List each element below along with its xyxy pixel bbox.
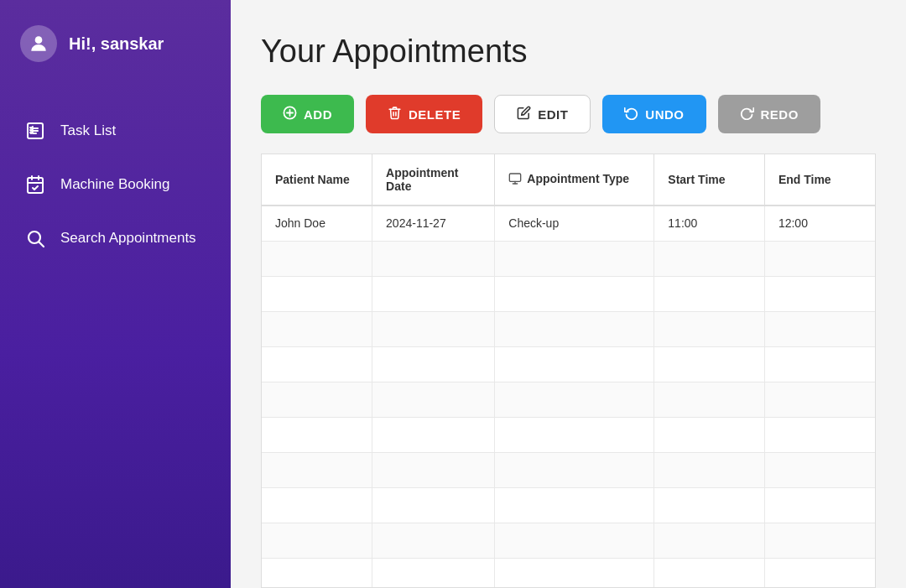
appointments-table-container[interactable]: Patient Name Appointment Date Appoin bbox=[261, 154, 876, 588]
sidebar-item-label: Machine Booking bbox=[60, 176, 169, 193]
redo-label: REDO bbox=[761, 107, 799, 122]
svg-rect-5 bbox=[28, 178, 43, 193]
sidebar: Hi!, sanskar Task List bbox=[0, 0, 231, 588]
table-cell bbox=[764, 311, 875, 346]
table-cell bbox=[495, 417, 654, 452]
table-cell bbox=[262, 452, 372, 487]
table-row[interactable] bbox=[262, 276, 875, 311]
table-cell bbox=[764, 452, 875, 487]
table-cell bbox=[372, 558, 495, 588]
table-cell bbox=[372, 523, 495, 558]
col-header-appointment-date: Appointment Date bbox=[372, 154, 495, 206]
edit-icon bbox=[517, 106, 531, 122]
table-cell: 2024-11-27 bbox=[372, 206, 495, 241]
table-cell bbox=[262, 558, 372, 588]
table-cell: 11:00 bbox=[654, 206, 765, 241]
appointments-table: Patient Name Appointment Date Appoin bbox=[262, 154, 875, 588]
table-row[interactable] bbox=[262, 346, 875, 382]
table-cell bbox=[262, 311, 372, 346]
table-cell bbox=[372, 487, 495, 523]
sidebar-item-search-appointments[interactable]: Search Appointments bbox=[0, 211, 231, 265]
table-cell bbox=[764, 487, 875, 523]
trash-icon bbox=[388, 106, 402, 122]
table-cell bbox=[654, 241, 765, 276]
table-row[interactable] bbox=[262, 311, 875, 346]
sidebar-item-machine-booking[interactable]: Machine Booking bbox=[0, 158, 231, 211]
table-cell: John Doe bbox=[262, 206, 372, 241]
table-cell bbox=[372, 311, 495, 346]
table-cell bbox=[495, 311, 654, 346]
table-cell bbox=[654, 487, 765, 523]
redo-button[interactable]: REDO bbox=[718, 95, 820, 133]
table-cell bbox=[372, 241, 495, 276]
user-header: Hi!, sanskar bbox=[0, 0, 231, 87]
table-cell bbox=[495, 487, 654, 523]
table-cell: 12:00 bbox=[764, 206, 875, 241]
add-button[interactable]: ADD bbox=[261, 95, 354, 133]
table-cell bbox=[764, 382, 875, 417]
table-row[interactable] bbox=[262, 382, 875, 417]
avatar bbox=[20, 25, 57, 62]
table-cell bbox=[495, 346, 654, 382]
list-icon bbox=[23, 119, 47, 143]
table-row[interactable]: John Doe2024-11-27Check-up11:0012:00 bbox=[262, 206, 875, 241]
table-cell bbox=[262, 241, 372, 276]
toolbar: ADD DELETE EDIT bbox=[261, 95, 876, 133]
page-title: Your Appointments bbox=[261, 34, 876, 70]
edit-button[interactable]: EDIT bbox=[494, 95, 591, 133]
add-label: ADD bbox=[304, 107, 332, 122]
table-row[interactable] bbox=[262, 558, 875, 588]
table-cell bbox=[495, 276, 654, 311]
table-cell bbox=[654, 311, 765, 346]
table-cell bbox=[372, 346, 495, 382]
table-cell bbox=[764, 276, 875, 311]
table-cell bbox=[654, 558, 765, 588]
table-cell bbox=[764, 523, 875, 558]
table-cell bbox=[262, 346, 372, 382]
col-header-end-time: End Time bbox=[764, 154, 875, 206]
sidebar-item-label: Task List bbox=[60, 122, 116, 139]
table-cell bbox=[764, 558, 875, 588]
table-cell bbox=[654, 276, 765, 311]
table-cell bbox=[764, 241, 875, 276]
svg-point-0 bbox=[35, 36, 43, 44]
main-content: Your Appointments ADD DE bbox=[231, 0, 906, 588]
sidebar-item-label: Search Appointments bbox=[60, 230, 196, 247]
table-cell bbox=[495, 241, 654, 276]
undo-icon bbox=[624, 106, 638, 122]
user-greeting: Hi!, sanskar bbox=[69, 34, 164, 54]
delete-button[interactable]: DELETE bbox=[366, 95, 482, 133]
table-cell bbox=[372, 417, 495, 452]
svg-rect-14 bbox=[510, 174, 521, 181]
sidebar-item-task-list[interactable]: Task List bbox=[0, 104, 231, 158]
col-header-patient-name: Patient Name bbox=[262, 154, 372, 206]
redo-icon bbox=[740, 106, 754, 122]
table-cell bbox=[262, 523, 372, 558]
table-row[interactable] bbox=[262, 452, 875, 487]
svg-line-10 bbox=[39, 242, 44, 247]
search-icon bbox=[23, 226, 47, 250]
table-cell bbox=[764, 417, 875, 452]
table-cell bbox=[262, 487, 372, 523]
table-row[interactable] bbox=[262, 417, 875, 452]
table-row[interactable] bbox=[262, 487, 875, 523]
table-cell bbox=[654, 346, 765, 382]
col-header-appointment-type: Appointment Type bbox=[495, 154, 654, 206]
col-header-start-time: Start Time bbox=[654, 154, 765, 206]
table-cell bbox=[372, 382, 495, 417]
table-cell bbox=[654, 417, 765, 452]
table-cell bbox=[495, 523, 654, 558]
table-body: John Doe2024-11-27Check-up11:0012:00 bbox=[262, 206, 875, 588]
table-row[interactable] bbox=[262, 241, 875, 276]
table-cell bbox=[654, 382, 765, 417]
table-cell bbox=[372, 452, 495, 487]
table-cell: Check-up bbox=[495, 206, 654, 241]
sidebar-nav: Task List Machine Booking bbox=[0, 87, 231, 282]
plus-icon bbox=[283, 106, 297, 122]
delete-label: DELETE bbox=[409, 107, 461, 122]
table-cell bbox=[262, 382, 372, 417]
table-row[interactable] bbox=[262, 523, 875, 558]
table-cell bbox=[764, 346, 875, 382]
undo-button[interactable]: UNDO bbox=[602, 95, 706, 133]
table-cell bbox=[654, 523, 765, 558]
